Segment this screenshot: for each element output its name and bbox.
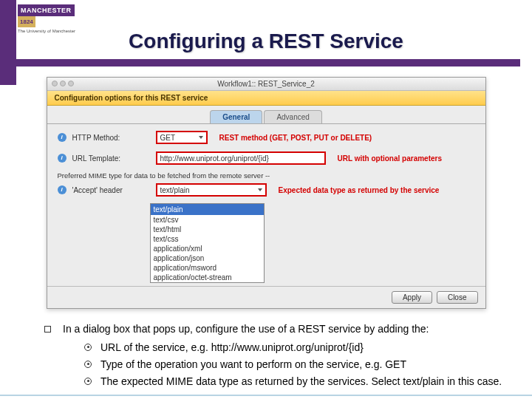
tab-general[interactable]: General [210,110,262,123]
logo-band [0,0,16,85]
window-controls[interactable] [52,81,74,86]
info-icon: i [58,154,66,163]
sub-bullet: The expected MIME data type as returned … [84,375,502,389]
point-text: The expected MIME data type as returned … [100,375,502,389]
info-icon: i [58,133,66,142]
title-underline [12,59,520,66]
dialog-banner: Configuration options for this REST serv… [47,91,485,106]
url-template-label: URL Template: [72,154,150,163]
accept-header-select[interactable]: text/plain [156,183,267,197]
url-template-annotation: URL with optional parameters [338,154,443,163]
logo-subtitle: The University of Manchester [18,29,88,33]
http-method-select[interactable]: GET [156,131,208,144]
dialog-window-title: Workflow1:: REST_Service_2 [217,80,315,88]
info-icon: i [58,185,66,194]
square-bullet-icon [44,326,51,332]
accept-header-label: 'Accept' header [72,186,150,194]
sub-bullet: Type of the operation you want to perfor… [84,358,502,372]
dropdown-option[interactable]: text/css [151,234,264,244]
accept-dropdown-list[interactable]: text/plain text/csv text/html text/css a… [150,203,265,283]
point-text: URL of the service, e.g. http://www.unip… [100,341,364,355]
dropdown-option[interactable]: application/json [151,253,264,263]
dropdown-option[interactable]: application/xml [151,244,264,253]
bullet-intro: In a dialog box that pops up, configure … [44,322,502,336]
close-button[interactable]: Close [437,291,478,304]
accept-header-annotation: Expected data type as returned by the se… [279,186,440,194]
logo-year: 1824 [18,16,35,27]
dropdown-option[interactable]: application/msword [151,263,264,273]
sub-bullet: URL of the service, e.g. http://www.unip… [84,341,502,355]
tab-advanced[interactable]: Advanced [264,110,321,123]
circle-bullet-icon [84,361,92,368]
dropdown-option[interactable]: text/html [151,225,264,234]
dialog-tabs: General Advanced [47,110,485,123]
dropdown-option[interactable]: text/plain [151,204,264,215]
logo-name: MANCHESTER [18,4,75,16]
university-logo: MANCHESTER1824 The University of Manches… [18,4,88,33]
slide-body: In a dialog box that pops up, configure … [0,309,532,389]
dropdown-option[interactable]: text/csv [151,215,264,225]
intro-text: In a dialog box that pops up, configure … [63,322,429,336]
url-template-input[interactable]: http://www.uniprot.org/uniprot/{id} [156,151,326,165]
dialog-titlebar: Workflow1:: REST_Service_2 [47,78,485,91]
dropdown-option[interactable]: application/octet-stream [151,273,264,282]
bottom-border [0,395,532,399]
mime-note: Preferred MIME type for data to be fetch… [58,171,475,180]
dialog-body: i HTTP Method: GET REST method (GET, POS… [47,123,485,286]
config-dialog: Workflow1:: REST_Service_2 Configuration… [47,77,486,309]
circle-bullet-icon [84,378,92,385]
apply-button[interactable]: Apply [392,291,432,304]
http-method-label: HTTP Method: [72,134,150,142]
circle-bullet-icon [84,344,92,351]
dialog-footer: Apply Close [47,286,485,308]
point-text: Type of the operation you want to perfor… [100,358,406,372]
http-method-annotation: REST method (GET, POST, PUT or DELETE) [219,134,372,142]
